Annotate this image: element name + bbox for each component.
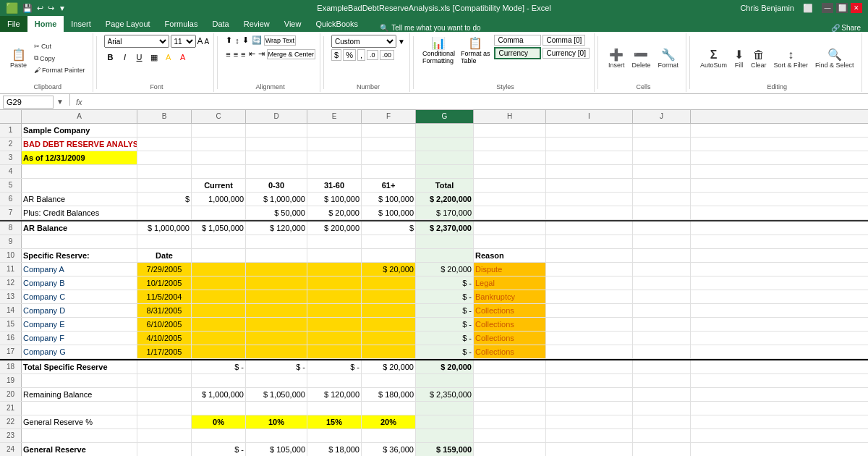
delete-cells-btn[interactable]: ➖ Delete — [629, 46, 653, 70]
cell-i14[interactable] — [546, 304, 633, 317]
cell-d18[interactable]: $ - — [246, 360, 307, 373]
cell-c22[interactable]: 0% — [192, 415, 246, 428]
cell-j10[interactable] — [633, 249, 691, 262]
cell-c12[interactable] — [192, 276, 246, 290]
cell-c20[interactable]: $ 1,000,000 — [192, 388, 246, 401]
cell-f7[interactable]: $ 100,000 — [362, 206, 416, 219]
cell-h13[interactable]: Bankruptcy — [474, 290, 546, 303]
sort-filter-btn[interactable]: ↕ Sort & Filter — [771, 46, 812, 70]
cell-j14[interactable] — [633, 304, 691, 317]
wrap-text-btn[interactable]: Wrap Text — [264, 35, 296, 46]
cell-b1[interactable] — [137, 124, 192, 137]
cell-b15[interactable]: 6/10/2005 — [137, 318, 192, 331]
format-as-table-btn[interactable]: 📋 Format asTable — [459, 35, 492, 66]
comma-style-btn[interactable]: Comma — [494, 35, 541, 46]
tab-insert[interactable]: Insert — [64, 16, 98, 32]
cell-f9[interactable] — [362, 235, 416, 248]
tab-data[interactable]: Data — [205, 16, 236, 32]
italic-btn[interactable]: I — [119, 51, 132, 64]
close-btn[interactable]: ✕ — [851, 3, 862, 13]
cell-e20[interactable]: $ 120,000 — [307, 388, 362, 401]
align-center-btn[interactable]: ≡ — [233, 49, 239, 59]
cell-b20[interactable] — [137, 388, 192, 401]
cell-i20[interactable] — [546, 388, 633, 401]
cell-f20[interactable]: $ 180,000 — [362, 388, 416, 401]
cell-b12[interactable]: 10/1/2005 — [137, 276, 192, 290]
cell-b22[interactable] — [137, 415, 192, 428]
cell-a7[interactable]: Plus: Credit Balances — [22, 206, 137, 219]
cell-h7[interactable] — [474, 206, 546, 219]
cell-b4[interactable] — [137, 165, 192, 178]
cell-a4[interactable] — [22, 165, 137, 178]
format-cells-btn[interactable]: 🔧 Format — [655, 46, 681, 70]
copy-btn[interactable]: ⧉Copy — [31, 53, 88, 64]
find-select-btn[interactable]: 🔍 Find & Select — [812, 46, 857, 70]
percent-btn[interactable]: % — [343, 49, 356, 61]
cell-g24[interactable]: $ 159,000 — [416, 443, 474, 456]
cell-h3[interactable] — [474, 151, 546, 164]
cell-a23[interactable] — [22, 429, 137, 442]
cell-j5[interactable] — [633, 179, 691, 192]
cell-i13[interactable] — [546, 290, 633, 303]
cell-h14[interactable]: Collections — [474, 304, 546, 317]
cell-h6[interactable] — [474, 193, 546, 206]
cell-j11[interactable] — [633, 263, 691, 276]
cell-g15[interactable]: $ - — [416, 318, 474, 331]
cell-g11[interactable]: $ 20,000 — [416, 263, 474, 276]
cell-h24[interactable] — [474, 443, 546, 456]
cell-e11[interactable] — [307, 263, 362, 276]
cell-b17[interactable]: 1/17/2005 — [137, 345, 192, 358]
cell-i2[interactable] — [546, 138, 633, 151]
cell-c1[interactable] — [192, 124, 246, 137]
cell-f4[interactable] — [362, 165, 416, 178]
cell-c3[interactable] — [192, 151, 246, 164]
cell-b18[interactable] — [137, 360, 192, 373]
cell-c7[interactable] — [192, 206, 246, 219]
cell-c6[interactable]: 1,000,000 — [192, 193, 246, 206]
fill-btn[interactable]: ⬇ Fill — [731, 46, 746, 70]
cell-f5[interactable]: 61+ — [362, 179, 416, 192]
cell-e2[interactable] — [307, 138, 362, 151]
cell-c23[interactable] — [192, 429, 246, 442]
cell-a1[interactable]: Sample Company — [22, 124, 137, 137]
cell-f22[interactable]: 20% — [362, 415, 416, 428]
cell-g16[interactable]: $ - — [416, 332, 474, 345]
col-header-b[interactable]: B — [137, 110, 192, 123]
currency0-style-btn[interactable]: Currency [0] — [542, 48, 589, 59]
cell-j2[interactable] — [633, 138, 691, 151]
cell-f1[interactable] — [362, 124, 416, 137]
ribbon-display-btn[interactable]: ⬜ — [803, 4, 813, 13]
clear-btn[interactable]: 🗑 Clear — [748, 46, 770, 70]
cell-f17[interactable] — [362, 345, 416, 358]
cell-e15[interactable] — [307, 318, 362, 331]
cell-g17[interactable]: $ - — [416, 345, 474, 358]
share-btn[interactable]: 🔗 Share — [824, 24, 868, 32]
cell-b14[interactable]: 8/31/2005 — [137, 304, 192, 317]
cell-b23[interactable] — [137, 429, 192, 442]
cell-b3[interactable] — [137, 151, 192, 164]
cell-e5[interactable]: 31-60 — [307, 179, 362, 192]
formula-input[interactable] — [85, 98, 865, 106]
cell-b21[interactable] — [137, 402, 192, 415]
cell-f6[interactable]: $ 100,000 — [362, 193, 416, 206]
cell-f21[interactable] — [362, 402, 416, 415]
increase-font-btn[interactable]: A — [197, 36, 203, 46]
underline-btn[interactable]: U — [133, 51, 146, 64]
cell-g19[interactable] — [416, 374, 474, 387]
cell-i9[interactable] — [546, 235, 633, 248]
align-left-btn[interactable]: ≡ — [225, 49, 231, 59]
cell-a18[interactable]: Total Specific Reserve — [22, 360, 137, 373]
decrease-indent-btn[interactable]: ⇤ — [248, 48, 256, 59]
cell-j18[interactable] — [633, 360, 691, 373]
cut-btn[interactable]: ✂Cut — [31, 41, 88, 51]
cell-a11[interactable]: Company A — [22, 263, 137, 276]
fill-color-btn[interactable]: A — [162, 51, 175, 64]
cell-f24[interactable]: $ 36,000 — [362, 443, 416, 456]
cell-h11[interactable]: Dispute — [474, 263, 546, 276]
cell-e22[interactable]: 15% — [307, 415, 362, 428]
col-header-i[interactable]: I — [546, 110, 633, 123]
cell-i15[interactable] — [546, 318, 633, 331]
cell-c17[interactable] — [192, 345, 246, 358]
cell-b13[interactable]: 11/5/2004 — [137, 290, 192, 303]
cell-g10[interactable] — [416, 249, 474, 262]
